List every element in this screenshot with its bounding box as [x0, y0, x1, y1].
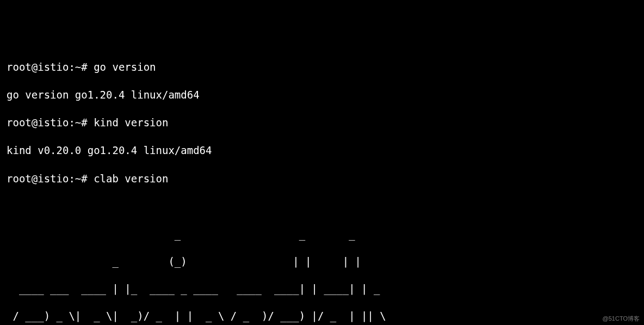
cmd-line-go: root@istio:~# go version	[7, 60, 637, 75]
watermark: @51CTO博客	[603, 315, 640, 323]
output-go: go version go1.20.4 linux/amd64	[7, 88, 637, 102]
cmd-kind: kind version	[94, 116, 168, 128]
blank-line	[7, 200, 637, 214]
cmd-line-kind: root@istio:~# kind version	[7, 116, 637, 130]
prompt: root@istio:~#	[7, 61, 88, 73]
ascii-art-line-3: / ___) _ \| _ \| _)/ _ | | _ \ / _ )/ __…	[7, 309, 637, 322]
prompt: root@istio:~#	[7, 173, 88, 185]
cmd-go: go version	[94, 61, 156, 73]
prompt: root@istio:~#	[7, 116, 88, 128]
output-kind: kind v0.20.0 go1.20.4 linux/amd64	[7, 144, 637, 158]
cmd-clab: clab version	[94, 173, 168, 185]
cmd-line-clab: root@istio:~# clab version	[7, 172, 637, 186]
ascii-art-line-2: ____ ___ ____ | |_ ____ _ ____ ____ ____…	[7, 282, 637, 295]
ascii-art-line-0: _ _ _	[7, 228, 637, 241]
ascii-art-line-1: _ (_) | | | |	[7, 255, 637, 268]
